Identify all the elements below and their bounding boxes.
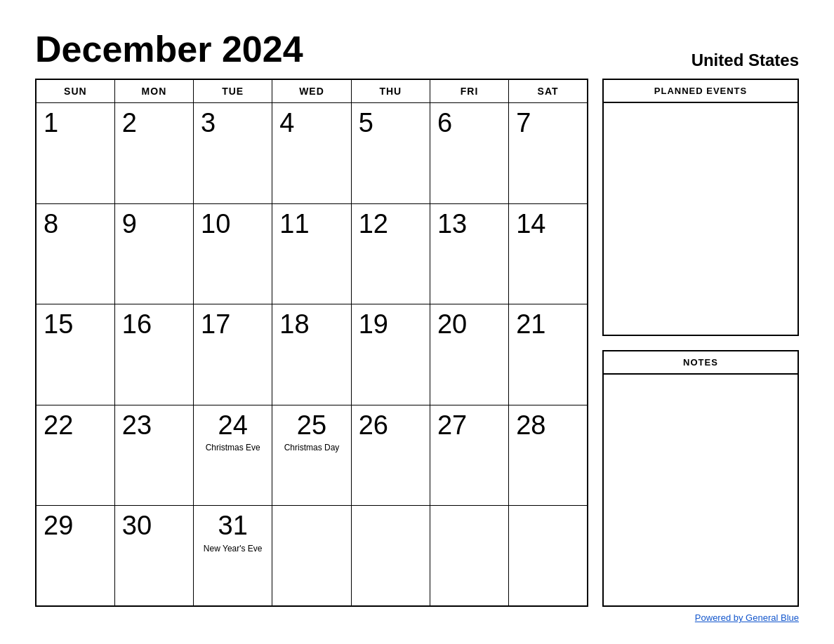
calendar-cell: 31 New Year's Eve bbox=[194, 506, 272, 607]
col-fri: FRI bbox=[430, 79, 508, 103]
calendar-cell: 14 bbox=[509, 203, 588, 304]
col-sun: SUN bbox=[36, 79, 114, 103]
day-number: 28 bbox=[516, 410, 545, 440]
day-number: 24 bbox=[218, 411, 248, 441]
day-number: 8 bbox=[44, 209, 58, 239]
day-number: 15 bbox=[44, 309, 73, 339]
calendar-cell: 19 bbox=[351, 304, 430, 405]
col-thu: THU bbox=[351, 79, 430, 103]
day-number: 29 bbox=[44, 511, 73, 540]
day-number: 23 bbox=[122, 410, 152, 440]
calendar-cell: 24 Christmas Eve bbox=[194, 405, 272, 506]
calendar-cell: 18 bbox=[272, 304, 351, 405]
main-content: SUN MON TUE WED THU FRI SAT 123456789101… bbox=[35, 79, 799, 607]
calendar-cell bbox=[272, 506, 351, 607]
day-number: 16 bbox=[122, 309, 152, 339]
footer: Powered by General Blue bbox=[35, 612, 799, 623]
day-number: 13 bbox=[437, 209, 467, 239]
calendar-cell: 11 bbox=[272, 203, 351, 304]
day-number: 2 bbox=[122, 108, 137, 137]
day-number: 27 bbox=[437, 410, 467, 440]
day-number: 11 bbox=[279, 209, 309, 239]
calendar-cell: 28 bbox=[509, 405, 588, 506]
calendar-cell: 7 bbox=[509, 103, 588, 204]
calendar-cell: 23 bbox=[114, 405, 193, 506]
calendar-cell: 25 Christmas Day bbox=[272, 405, 351, 506]
calendar-cell: 21 bbox=[509, 304, 588, 405]
calendar-week-row: 2930 31 New Year's Eve bbox=[36, 506, 588, 607]
planned-events-content bbox=[604, 103, 797, 335]
day-number: 3 bbox=[201, 108, 216, 137]
holiday-name: New Year's Eve bbox=[204, 544, 263, 555]
page-title: December 2024 bbox=[35, 28, 303, 70]
calendar-cell: 22 bbox=[36, 405, 114, 506]
calendar-cell: 1 bbox=[36, 103, 114, 204]
calendar-table: SUN MON TUE WED THU FRI SAT 123456789101… bbox=[35, 79, 588, 607]
day-number: 31 bbox=[218, 511, 248, 541]
day-number: 20 bbox=[437, 309, 467, 339]
notes-header: NOTES bbox=[604, 351, 797, 375]
calendar-cell: 12 bbox=[351, 203, 430, 304]
calendar-cell: 20 bbox=[430, 304, 508, 405]
holiday-name: Christmas Day bbox=[284, 443, 340, 454]
calendar-week-row: 2223 24 Christmas Eve 25 Christmas Day 2… bbox=[36, 405, 588, 506]
calendar-cell: 26 bbox=[351, 405, 430, 506]
notes-box: NOTES bbox=[602, 350, 799, 608]
day-number: 21 bbox=[516, 309, 545, 339]
calendar-week-row: 1234567 bbox=[36, 103, 588, 204]
day-number: 18 bbox=[279, 309, 309, 339]
calendar-cell: 5 bbox=[351, 103, 430, 204]
right-section: PLANNED EVENTS NOTES bbox=[602, 79, 799, 607]
calendar-cell: 30 bbox=[114, 506, 193, 607]
planned-events-header: PLANNED EVENTS bbox=[604, 80, 797, 103]
calendar-week-row: 891011121314 bbox=[36, 203, 588, 304]
powered-by-link[interactable]: Powered by General Blue bbox=[695, 612, 799, 623]
calendar-cell bbox=[509, 506, 588, 607]
day-number: 17 bbox=[201, 309, 230, 339]
day-number: 14 bbox=[516, 209, 545, 239]
calendar-cell: 2 bbox=[114, 103, 193, 204]
day-number: 19 bbox=[359, 309, 388, 339]
calendar-section: SUN MON TUE WED THU FRI SAT 123456789101… bbox=[35, 79, 588, 607]
calendar-cell: 4 bbox=[272, 103, 351, 204]
calendar-cell: 9 bbox=[114, 203, 193, 304]
col-wed: WED bbox=[272, 79, 351, 103]
calendar-cell: 17 bbox=[194, 304, 272, 405]
day-number: 9 bbox=[122, 209, 137, 239]
calendar-cell: 3 bbox=[194, 103, 272, 204]
calendar-cell bbox=[351, 506, 430, 607]
calendar-cell: 29 bbox=[36, 506, 114, 607]
holiday-name: Christmas Eve bbox=[206, 443, 260, 454]
day-number: 4 bbox=[279, 108, 294, 137]
calendar-cell: 15 bbox=[36, 304, 114, 405]
calendar-cell: 10 bbox=[194, 203, 272, 304]
notes-content bbox=[604, 375, 797, 606]
days-of-week-row: SUN MON TUE WED THU FRI SAT bbox=[36, 79, 588, 103]
calendar-cell: 13 bbox=[430, 203, 508, 304]
col-sat: SAT bbox=[509, 79, 588, 103]
calendar-cell: 8 bbox=[36, 203, 114, 304]
calendar-week-row: 15161718192021 bbox=[36, 304, 588, 405]
day-number: 6 bbox=[437, 108, 452, 137]
calendar-cell: 27 bbox=[430, 405, 508, 506]
day-number: 30 bbox=[122, 511, 152, 540]
day-number: 22 bbox=[44, 410, 73, 440]
day-number: 7 bbox=[516, 108, 531, 137]
country-label: United States bbox=[691, 51, 799, 70]
day-number: 1 bbox=[44, 108, 58, 137]
calendar-cell: 16 bbox=[114, 304, 193, 405]
day-number: 10 bbox=[201, 209, 230, 239]
col-mon: MON bbox=[114, 79, 193, 103]
calendar-cell: 6 bbox=[430, 103, 508, 204]
day-with-holiday: 25 Christmas Day bbox=[279, 411, 343, 454]
calendar-cell bbox=[430, 506, 508, 607]
day-with-holiday: 24 Christmas Eve bbox=[201, 411, 265, 454]
day-number: 5 bbox=[359, 108, 373, 137]
day-number: 12 bbox=[359, 209, 388, 239]
planned-events-box: PLANNED EVENTS bbox=[602, 79, 799, 336]
day-number: 26 bbox=[359, 410, 388, 440]
col-tue: TUE bbox=[194, 79, 272, 103]
day-with-holiday: 31 New Year's Eve bbox=[201, 511, 265, 554]
page-header: December 2024 United States bbox=[35, 28, 799, 70]
day-number: 25 bbox=[297, 411, 326, 441]
